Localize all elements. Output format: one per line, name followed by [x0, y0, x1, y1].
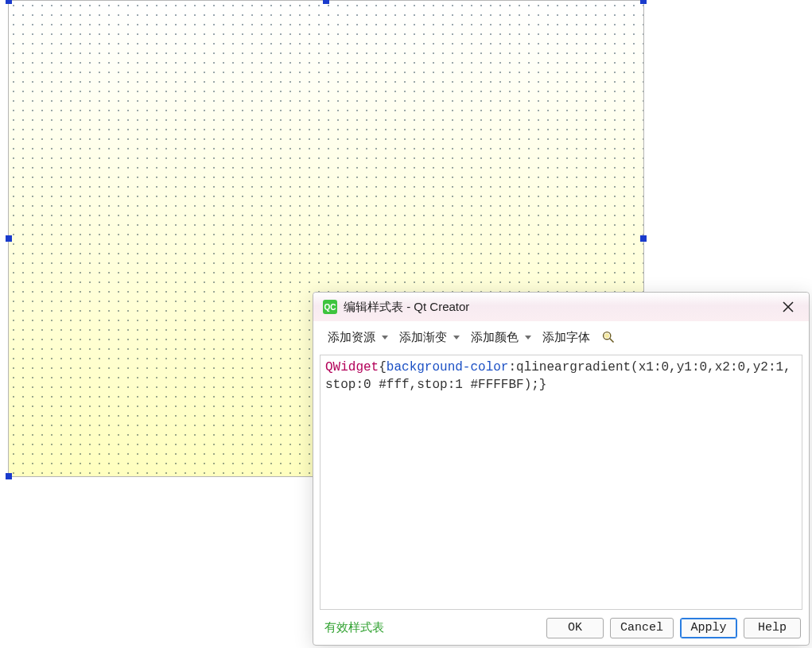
chevron-down-icon: [453, 336, 460, 340]
help-button[interactable]: Help: [744, 618, 801, 638]
dialog-toolbar: 添加资源 添加渐变 添加颜色 添加字体: [313, 321, 809, 353]
code-colon: :: [508, 360, 516, 374]
cancel-button[interactable]: Cancel: [610, 618, 674, 638]
resize-handle-top-right[interactable]: [640, 0, 647, 4]
add-font-button[interactable]: 添加字体: [542, 330, 590, 345]
preview-button[interactable]: [601, 330, 616, 344]
svg-point-4: [604, 333, 609, 338]
dialog-title: 编辑样式表 - Qt Creator: [344, 300, 777, 315]
add-color-label: 添加颜色: [471, 330, 519, 345]
svg-line-3: [610, 339, 614, 343]
edit-stylesheet-dialog: QC 编辑样式表 - Qt Creator 添加资源 添加渐变 添加颜色 添加字…: [313, 292, 810, 646]
add-gradient-menu[interactable]: 添加渐变: [399, 330, 460, 345]
resize-handle-middle-left[interactable]: [6, 235, 12, 242]
add-resource-label: 添加资源: [328, 330, 375, 345]
code-close-brace: }: [539, 378, 547, 392]
add-resource-menu[interactable]: 添加资源: [328, 330, 388, 345]
app-icon-text: QC: [324, 303, 336, 312]
code-selector: QWidget: [325, 360, 379, 374]
add-gradient-label: 添加渐变: [399, 330, 447, 345]
resize-handle-top-middle[interactable]: [323, 0, 329, 4]
qt-creator-app-icon: QC: [323, 300, 337, 314]
resize-handle-middle-right[interactable]: [640, 235, 647, 242]
valid-stylesheet-label: 有效样式表: [324, 620, 540, 635]
dialog-button-row: 有效样式表 OK Cancel Apply Help: [313, 613, 809, 645]
apply-button[interactable]: Apply: [680, 618, 737, 638]
ok-button[interactable]: OK: [546, 618, 604, 638]
close-icon: [783, 301, 794, 312]
close-button[interactable]: [777, 296, 799, 318]
chevron-down-icon: [382, 336, 388, 340]
resize-handle-top-left[interactable]: [6, 0, 12, 4]
chevron-down-icon: [525, 336, 531, 340]
dialog-titlebar[interactable]: QC 编辑样式表 - Qt Creator: [313, 293, 809, 321]
code-property: background-color: [387, 360, 509, 374]
magnifier-icon: [602, 331, 615, 343]
resize-handle-bottom-left[interactable]: [6, 473, 12, 479]
code-open-brace: {: [379, 360, 387, 374]
stylesheet-code-editor[interactable]: QWidget{background-color:qlineargradient…: [320, 355, 802, 610]
add-font-label: 添加字体: [542, 330, 590, 345]
add-color-menu[interactable]: 添加颜色: [471, 330, 531, 345]
